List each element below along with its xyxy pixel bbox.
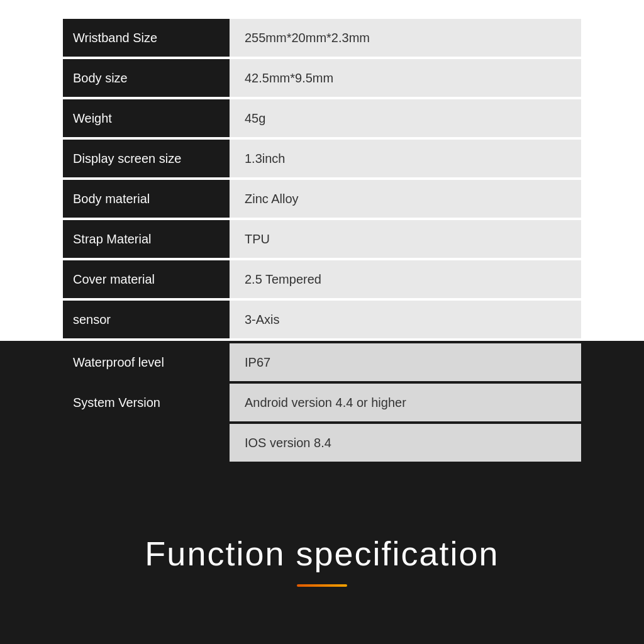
value-cover-material: 2.5 Tempered (230, 260, 581, 298)
label-system-version: System Version (63, 384, 230, 421)
spec-row-strap-material: Strap Material TPU (63, 220, 581, 258)
value-body-size: 42.5mm*9.5mm (230, 59, 581, 97)
spec-table: Wristband Size 255mm*20mm*2.3mm Body siz… (63, 19, 581, 338)
spec-row-cover-material: Cover material 2.5 Tempered (63, 260, 581, 298)
spec-row-body-material: Body material Zinc Alloy (63, 180, 581, 218)
value-display-screen-size: 1.3inch (230, 140, 581, 177)
label-strap-material: Strap Material (63, 220, 230, 258)
spec-row-body-size: Body size 42.5mm*9.5mm (63, 59, 581, 97)
value-strap-material: TPU (230, 220, 581, 258)
spec-row-sensor: sensor 3-Axis (63, 301, 581, 338)
spec-row-weight: Weight 45g (63, 99, 581, 137)
label-body-material: Body material (63, 180, 230, 218)
label-waterproof-level: Waterproof level (63, 343, 230, 381)
function-spec-section: Function specification (63, 464, 581, 644)
value-android-version: Android version 4.4 or higher (230, 384, 581, 421)
label-sensor: sensor (63, 301, 230, 338)
value-weight: 45g (230, 99, 581, 137)
bottom-section: Waterproof level IP67 System Version And… (0, 341, 644, 644)
spec-row-wristband: Wristband Size 255mm*20mm*2.3mm (63, 19, 581, 57)
page-wrapper: Wristband Size 255mm*20mm*2.3mm Body siz… (0, 0, 644, 644)
label-weight: Weight (63, 99, 230, 137)
function-spec-title: Function specification (145, 534, 499, 573)
top-section: Wristband Size 255mm*20mm*2.3mm Body siz… (0, 0, 644, 341)
spec-row-system-version: System Version Android version 4.4 or hi… (63, 384, 581, 421)
value-wristband-size: 255mm*20mm*2.3mm (230, 19, 581, 57)
label-body-size: Body size (63, 59, 230, 97)
label-ios-spacer (63, 424, 230, 462)
value-ios-version: IOS version 8.4 (230, 424, 581, 462)
label-display-screen-size: Display screen size (63, 140, 230, 177)
function-spec-underline (297, 584, 347, 587)
spec-row-display-screen: Display screen size 1.3inch (63, 140, 581, 177)
value-waterproof-level: IP67 (230, 343, 581, 381)
value-body-material: Zinc Alloy (230, 180, 581, 218)
value-sensor: 3-Axis (230, 301, 581, 338)
spec-row-ios-version: IOS version 8.4 (63, 424, 581, 462)
label-wristband-size: Wristband Size (63, 19, 230, 57)
label-cover-material: Cover material (63, 260, 230, 298)
spec-row-waterproof: Waterproof level IP67 (63, 343, 581, 381)
